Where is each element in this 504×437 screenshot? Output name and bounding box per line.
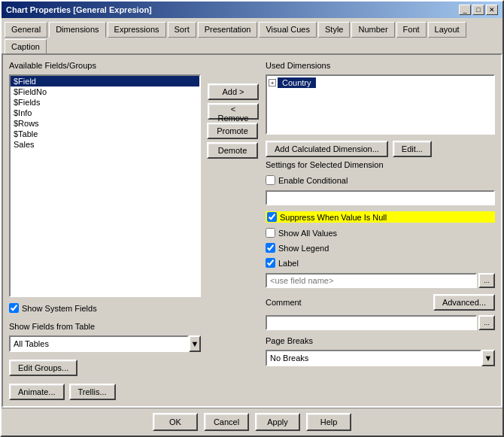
- title-bar-buttons: _ □ ✕: [459, 5, 498, 15]
- show-fields-label: Show Fields from Table: [9, 322, 201, 331]
- label-input-row: ...: [266, 273, 495, 288]
- maximize-button[interactable]: □: [472, 5, 484, 15]
- comment-row: Comment Advanced...: [266, 294, 495, 311]
- promote-demote-group: Promote Demote: [207, 123, 260, 159]
- add-button[interactable]: Add >: [208, 83, 259, 100]
- page-breaks-dropdown-arrow[interactable]: ▼: [481, 350, 495, 366]
- show-fields-dropdown-arrow[interactable]: ▼: [189, 335, 201, 352]
- edit-groups-button[interactable]: Edit Groups...: [9, 360, 77, 376]
- suppress-null-label: Suppress When Value Is Null: [280, 213, 387, 222]
- edit-dimension-button[interactable]: Edit...: [393, 141, 432, 157]
- trellis-button[interactable]: Trellis...: [69, 384, 116, 400]
- show-system-fields-row: Show System Fields: [9, 303, 201, 313]
- show-all-values-row: Show All Values: [266, 228, 495, 238]
- show-all-values-checkbox[interactable]: [266, 228, 275, 238]
- main-window: Chart Properties [General Expresion] _ □…: [0, 0, 504, 437]
- label-input[interactable]: [266, 273, 477, 288]
- label-checkbox[interactable]: [266, 258, 275, 268]
- tab-number[interactable]: Number: [351, 22, 394, 38]
- label-label: Label: [278, 259, 299, 268]
- page-breaks-dropdown[interactable]: No Breaks: [266, 350, 481, 366]
- conditional-input[interactable]: [266, 190, 495, 205]
- ok-button[interactable]: OK: [153, 413, 198, 431]
- suppress-null-checkbox[interactable]: [267, 212, 277, 222]
- advanced-button[interactable]: Advanced...: [433, 294, 495, 311]
- comment-input-row: ...: [266, 315, 495, 330]
- remove-button[interactable]: < Remove: [208, 103, 259, 120]
- enable-conditional-checkbox[interactable]: [266, 175, 275, 185]
- demote-button[interactable]: Demote: [207, 142, 258, 159]
- show-system-fields-checkbox[interactable]: [9, 303, 19, 313]
- conditional-input-row: [266, 190, 495, 205]
- tab-content: Available Fields/Groups $Field $FieldNo …: [2, 53, 502, 408]
- show-fields-dropdown-container: All Tables ▼: [9, 335, 201, 352]
- expand-icon[interactable]: +: [269, 79, 276, 86]
- enable-conditional-row: Enable Conditional: [266, 175, 495, 185]
- used-dimensions-box[interactable]: + Country: [266, 74, 495, 135]
- suppress-null-row: Suppress When Value Is Null: [266, 211, 495, 223]
- list-item[interactable]: $Info: [11, 108, 199, 118]
- title-bar: Chart Properties [General Expresion] _ □…: [2, 2, 502, 18]
- dimension-badge[interactable]: Country: [278, 77, 316, 88]
- show-legend-label: Show Legend: [278, 244, 329, 253]
- apply-button[interactable]: Apply: [255, 413, 300, 431]
- tab-visual-cues[interactable]: Visual Cues: [259, 22, 317, 38]
- label-row: Label: [266, 258, 495, 268]
- bottom-buttons: Edit Groups...: [9, 360, 201, 376]
- footer: OK Cancel Apply Help: [2, 408, 502, 435]
- tab-general[interactable]: General: [5, 22, 47, 38]
- tab-caption[interactable]: Caption: [5, 39, 47, 54]
- show-all-values-label: Show All Values: [278, 229, 337, 238]
- dimension-item: + Country: [269, 77, 492, 88]
- left-panel: Available Fields/Groups $Field $FieldNo …: [9, 61, 201, 400]
- settings-title: Settings for Selected Dimension: [266, 160, 495, 169]
- close-button[interactable]: ✕: [486, 5, 498, 15]
- minimize-button[interactable]: _: [459, 5, 471, 15]
- list-item[interactable]: Sales: [11, 139, 199, 150]
- label-dots-button[interactable]: ...: [478, 273, 495, 288]
- page-breaks-dropdown-container: No Breaks ▼: [266, 350, 495, 366]
- available-fields-list[interactable]: $Field $FieldNo $Fields $Info $Rows $Tab…: [9, 74, 201, 297]
- show-system-fields-label: Show System Fields: [22, 304, 97, 313]
- show-legend-checkbox[interactable]: [266, 243, 275, 253]
- comment-label: Comment: [266, 298, 302, 307]
- show-legend-row: Show Legend: [266, 243, 495, 253]
- available-fields-label: Available Fields/Groups: [9, 61, 201, 70]
- help-button[interactable]: Help: [306, 413, 351, 431]
- tab-font[interactable]: Font: [396, 22, 427, 38]
- tab-sort[interactable]: Sort: [168, 22, 196, 38]
- promote-button[interactable]: Promote: [207, 123, 258, 139]
- tab-presentation[interactable]: Presentation: [198, 22, 258, 38]
- tab-layout[interactable]: Layout: [428, 22, 466, 38]
- comment-dots-button[interactable]: ...: [478, 315, 495, 330]
- show-fields-dropdown[interactable]: All Tables: [9, 335, 189, 352]
- comment-input[interactable]: [266, 315, 477, 330]
- list-item[interactable]: $FieldNo: [11, 86, 199, 97]
- action-row: Add Calculated Dimension... Edit...: [266, 141, 495, 157]
- tab-style[interactable]: Style: [318, 22, 350, 38]
- enable-conditional-label: Enable Conditional: [278, 176, 348, 185]
- animate-button[interactable]: Animate...: [9, 384, 65, 400]
- animate-trellis-buttons: Animate... Trellis...: [9, 384, 201, 400]
- list-item[interactable]: $Table: [11, 129, 199, 139]
- add-calculated-dimension-button[interactable]: Add Calculated Dimension...: [266, 141, 388, 157]
- page-breaks-label: Page Breaks: [266, 336, 495, 345]
- right-panel: Used Dimensions + Country Add Calculated…: [266, 61, 495, 400]
- cancel-button[interactable]: Cancel: [204, 413, 249, 431]
- middle-panel: Add > < Remove Promote Demote: [207, 61, 260, 400]
- list-item[interactable]: $Fields: [11, 97, 199, 108]
- list-item[interactable]: $Field: [11, 76, 199, 86]
- window-title: Chart Properties [General Expresion]: [6, 5, 152, 14]
- used-dimensions-label: Used Dimensions: [266, 61, 495, 70]
- list-item[interactable]: $Rows: [11, 118, 199, 129]
- tab-expressions[interactable]: Expressions: [108, 22, 166, 38]
- tab-dimensions[interactable]: Dimensions: [49, 22, 105, 38]
- tab-bar: General Dimensions Expressions Sort Pres…: [2, 18, 502, 53]
